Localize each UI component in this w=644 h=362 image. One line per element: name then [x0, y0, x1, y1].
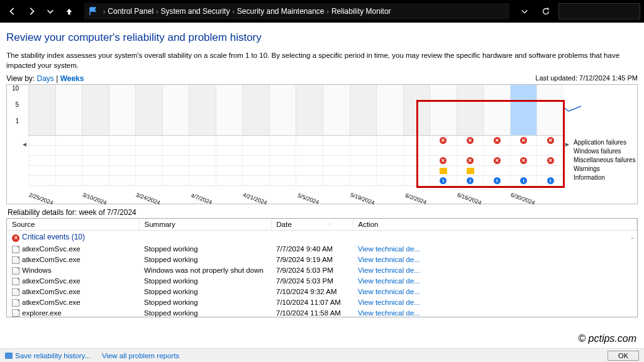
back-button[interactable] [4, 3, 21, 20]
search-input[interactable] [558, 3, 640, 19]
file-icon [12, 246, 19, 253]
col-source[interactable]: Source [7, 219, 139, 231]
up-button[interactable] [60, 3, 78, 20]
col-date[interactable]: Dateˆ [271, 219, 353, 231]
info-icon: i [494, 177, 501, 184]
table-row[interactable]: atkexComSvc.exeStopped working7/9/2024 9… [7, 255, 637, 265]
viewby-weeks-link[interactable]: Weeks [60, 74, 84, 83]
view-all-reports-link[interactable]: View all problem reports [102, 352, 179, 359]
recent-dropdown[interactable] [42, 3, 59, 20]
table-row[interactable]: atkexComSvc.exeStopped working7/7/2024 9… [7, 244, 637, 255]
info-icon: i [440, 177, 447, 184]
chart-event-rows: ✕✕✕✕✕✕✕✕✕✕iiiii [28, 135, 564, 186]
chart-column[interactable] [189, 85, 216, 135]
event-row [28, 166, 564, 176]
chart-column[interactable] [296, 85, 323, 135]
forward-button[interactable] [23, 3, 40, 20]
titlebar: › Control Panel › System and Security › … [0, 0, 644, 23]
err-icon: ✕ [520, 137, 527, 144]
err-icon: ✕ [494, 137, 501, 144]
last-updated-label: Last updated: 7/12/2024 1:45 PM [535, 74, 638, 83]
file-icon [12, 278, 19, 285]
chart-column[interactable] [269, 85, 296, 135]
err-icon: ✕ [547, 157, 554, 164]
chart-xaxis: 2/25/20243/10/20243/24/20244/7/20244/21/… [28, 186, 564, 204]
err-icon: ✕ [467, 157, 474, 164]
breadcrumb-control-panel[interactable]: Control Panel [108, 7, 153, 16]
viewby-controls: View by: Days | Weeks [6, 74, 84, 83]
chart-scroll-left[interactable]: ◄ [21, 85, 28, 204]
file-icon [12, 267, 19, 275]
chart-grid[interactable] [28, 85, 564, 135]
warn-icon [467, 168, 474, 174]
file-icon [12, 288, 19, 296]
chart-column[interactable] [376, 85, 403, 135]
chart-column[interactable] [350, 85, 377, 135]
watermark: © pctips.com [578, 333, 636, 344]
view-details-link[interactable]: View technical de... [358, 266, 420, 274]
event-row [28, 146, 564, 156]
category-row[interactable]: ✕Critical events (10) [7, 231, 637, 244]
err-icon: ✕ [547, 137, 554, 144]
viewby-days-link[interactable]: Days [36, 74, 53, 83]
bottom-bar: Save reliability history... View all pro… [0, 348, 644, 362]
chart-column[interactable] [323, 85, 350, 135]
chart-column[interactable] [28, 85, 55, 135]
chart-column[interactable] [403, 85, 430, 135]
table-row[interactable]: atkexComSvc.exeStopped working7/9/2024 5… [7, 276, 637, 287]
view-details-link[interactable]: View technical de... [358, 256, 420, 263]
reliability-chart: 10 5 1 ◄ ✕✕✕✕✕✕✕✕✕✕iiiii 2/25/20243/10/2… [6, 84, 638, 204]
chart-column[interactable] [82, 85, 109, 135]
col-action[interactable]: Action [353, 219, 637, 231]
view-details-link[interactable]: View technical de... [358, 245, 420, 253]
flag-icon [88, 6, 98, 16]
view-details-link[interactable]: View technical de... [358, 309, 420, 317]
file-icon [12, 256, 19, 264]
event-row: iiiii [28, 176, 564, 186]
chart-column[interactable] [536, 85, 564, 135]
breadcrumb-bar[interactable]: › Control Panel › System and Security › … [84, 3, 509, 19]
col-summary[interactable]: Summary [139, 219, 271, 231]
viewby-label: View by: [6, 74, 35, 83]
view-details-link[interactable]: View technical de... [358, 277, 420, 285]
file-icon [12, 309, 19, 317]
sort-caret-icon: ˆ [330, 222, 331, 228]
save-history-link[interactable]: Save reliability history... [5, 352, 91, 359]
chart-column[interactable] [109, 85, 136, 135]
err-icon: ✕ [520, 157, 527, 164]
refresh-button[interactable] [537, 3, 555, 20]
save-icon [5, 353, 13, 359]
page-description: The stability index assesses your system… [6, 50, 638, 70]
view-details-link[interactable]: View technical de... [358, 288, 420, 295]
breadcrumb-reliability-monitor[interactable]: Reliability Monitor [331, 7, 391, 16]
ok-button[interactable]: OK [608, 351, 639, 361]
info-icon: i [547, 177, 554, 184]
table-row[interactable]: atkexComSvc.exeStopped working7/10/2024 … [7, 287, 637, 297]
chart-column[interactable] [135, 85, 162, 135]
chart-column[interactable] [430, 85, 457, 135]
chart-column[interactable] [216, 85, 243, 135]
table-row[interactable]: atkexComSvc.exeStopped working7/10/2024 … [7, 297, 637, 308]
err-icon: ✕ [440, 137, 447, 144]
details-table: Source Summary Dateˆ Action ✕Critical ev… [6, 218, 638, 317]
chart-column[interactable] [457, 85, 484, 135]
breadcrumb-system-security[interactable]: System and Security [160, 7, 230, 16]
err-icon: ✕ [440, 157, 447, 164]
chart-column[interactable] [510, 85, 537, 135]
file-icon [12, 299, 19, 307]
breadcrumb-security-maintenance[interactable]: Security and Maintenance [237, 7, 325, 16]
chart-column[interactable] [483, 85, 510, 135]
address-dropdown[interactable] [516, 3, 533, 20]
view-details-link[interactable]: View technical de... [358, 299, 420, 306]
chart-column[interactable] [55, 85, 82, 135]
chart-yaxis: 10 5 1 [7, 85, 21, 134]
chart-legend: Application failures Windows failures Mi… [571, 85, 637, 182]
page-title: Review your computer's reliability and p… [6, 31, 638, 44]
event-row: ✕✕✕✕✕ [28, 136, 564, 146]
collapse-button[interactable]: ˆ [631, 238, 633, 244]
error-icon: ✕ [12, 234, 19, 242]
table-row[interactable]: explorer.exeStopped working7/10/2024 11:… [7, 308, 637, 318]
chart-column[interactable] [242, 85, 269, 135]
chart-column[interactable] [162, 85, 189, 135]
table-row[interactable]: WindowsWindows was not properly shut dow… [7, 265, 637, 276]
